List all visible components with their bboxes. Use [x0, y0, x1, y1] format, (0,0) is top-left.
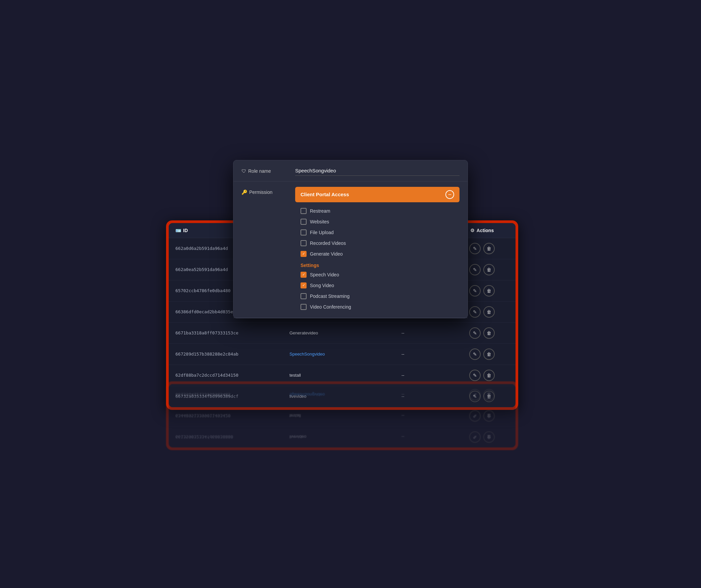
table-row: 667289d157b388288e2c84ab SpeechSongvideo… [169, 344, 516, 365]
key-icon: 🔑 [241, 190, 247, 195]
reflection-cell-actions: ✎ 🗑 [455, 431, 509, 443]
setting-speech-video[interactable]: Speech Video [295, 269, 460, 280]
client-portal-header: Client Portal Access − [295, 187, 460, 202]
checkbox-websites[interactable] [301, 219, 307, 225]
setting-song-video[interactable]: Song Video [295, 280, 460, 291]
edit-button: ✎ [469, 389, 481, 400]
delete-button: 🗑 [483, 389, 495, 400]
reflection-cell-perm: -- [401, 434, 455, 439]
permission-label: 🔑 Permission [241, 187, 295, 195]
cell-name-highlight: SpeechSongvideo [289, 352, 401, 357]
cell-perm: -- [401, 373, 455, 378]
cell-perm: -- [401, 352, 455, 357]
permission-content: Client Portal Access − Restream Websites [295, 187, 460, 312]
checkbox-recorded-videos[interactable] [301, 240, 307, 246]
delete-button[interactable]: 🗑 [483, 243, 495, 254]
permission-generate-video[interactable]: Generate Video [295, 249, 460, 259]
permission-file-upload[interactable]: File Upload [295, 227, 460, 238]
edit-button[interactable]: ✎ [469, 243, 481, 254]
cell-actions: ✎ 🗑 [455, 327, 509, 339]
permission-field-row: 🔑 Permission Client Portal Access − Rest… [233, 181, 468, 318]
edit-button[interactable]: ✎ [469, 285, 481, 297]
cell-actions: ✎ 🗑 [455, 349, 509, 360]
settings-label: Settings [295, 259, 460, 269]
delete-button[interactable]: 🗑 [483, 306, 495, 318]
setting-video-conferencing[interactable]: Video Conferencing [295, 302, 460, 312]
reflection-cell-actions: ✎ 🗑 [455, 389, 509, 400]
checkbox-restream[interactable] [301, 208, 307, 214]
reflection-cell-name: livevideo [289, 434, 401, 439]
reflection-cell-name: testall [289, 413, 401, 418]
permission-websites[interactable]: Websites [295, 216, 460, 227]
reflection-cell-name-highlight: SpeechSongvideo [289, 392, 401, 397]
role-name-input-container [295, 166, 460, 176]
reflection: 661359032334fd68038880 livevideo -- ✎ 🗑 … [166, 381, 518, 450]
checkbox-speech-video[interactable] [301, 272, 307, 278]
delete-button[interactable]: 🗑 [483, 285, 495, 297]
modal-panel: 🛡 Role name 🔑 Permission Client Portal A… [233, 160, 468, 318]
checkbox-video-conferencing[interactable] [301, 304, 307, 310]
reflection-cell-id: 634489513399011493420 [175, 413, 289, 418]
shield-icon: 🛡 [241, 168, 246, 174]
cell-id: 667289d157b388288e2c84ab [175, 352, 289, 357]
reflection-cell-perm: -- [401, 413, 455, 418]
delete-button[interactable]: 🗑 [483, 349, 495, 360]
cell-perm: -- [401, 330, 455, 335]
cell-name: testall [289, 373, 401, 378]
cell-id: 62df88ba7c2dccd714d34150 [175, 373, 289, 378]
cell-id: 6671ba3318a8ff07333153ce [175, 330, 289, 335]
edit-button[interactable]: ✎ [469, 370, 481, 381]
edit-button: ✎ [469, 410, 481, 422]
reflection-cell-id: 661358412133998965485 [175, 392, 289, 397]
delete-button[interactable]: 🗑 [483, 327, 495, 339]
role-name-input[interactable] [295, 166, 460, 176]
edit-button: ✎ [469, 431, 481, 443]
role-name-label: 🛡 Role name [241, 166, 295, 174]
permission-restream[interactable]: Restream [295, 206, 460, 216]
cell-name: Generatevideo [289, 330, 401, 335]
edit-button[interactable]: ✎ [469, 264, 481, 275]
checkbox-file-upload[interactable] [301, 229, 307, 235]
reflection-cell-perm: -- [401, 392, 455, 397]
checkbox-podcast-streaming[interactable] [301, 293, 307, 299]
gear-icon: ⚙ [470, 228, 475, 233]
edit-button[interactable]: ✎ [469, 349, 481, 360]
checkbox-song-video[interactable] [301, 282, 307, 288]
delete-button[interactable]: 🗑 [483, 370, 495, 381]
table-row: 6671ba3318a8ff07333153ce Generatevideo -… [169, 323, 516, 344]
reflection-cell-id: 661359032334fd68038880 [175, 434, 289, 439]
reflection-cell-actions: ✎ 🗑 [455, 410, 509, 422]
permission-recorded-videos[interactable]: Recorded Videos [295, 238, 460, 249]
role-name-field-row: 🛡 Role name [233, 160, 468, 181]
delete-button: 🗑 [483, 410, 495, 422]
edit-button[interactable]: ✎ [469, 327, 481, 339]
delete-button: 🗑 [483, 431, 495, 443]
checkbox-generate-video[interactable] [301, 251, 307, 257]
collapse-button[interactable]: − [445, 190, 454, 199]
delete-button[interactable]: 🗑 [483, 264, 495, 275]
cell-actions: ✎ 🗑 [455, 370, 509, 381]
setting-podcast-streaming[interactable]: Podcast Streaming [295, 291, 460, 302]
id-icon: 🪪 [175, 228, 181, 233]
edit-button[interactable]: ✎ [469, 306, 481, 318]
